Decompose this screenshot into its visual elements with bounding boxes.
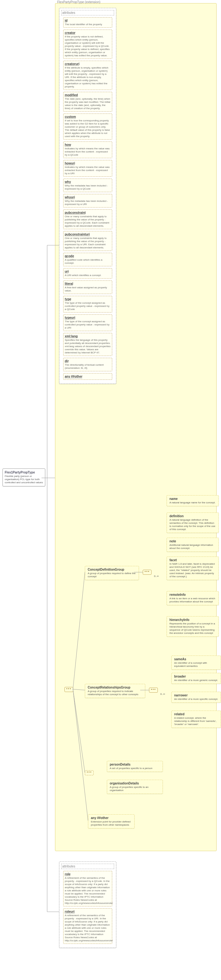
element-related[interactable]: relatedA related concept, where the rela…: [171, 711, 221, 728]
attr-why: whyWhy the metadata has been included - …: [63, 178, 112, 192]
attr-name: pubconstrainturi: [65, 233, 111, 236]
attr-name: typeuri: [65, 316, 111, 320]
el-title: remoteInfo: [169, 593, 216, 597]
attributes-box-1: attributes idThe local identifier of the…: [59, 8, 116, 384]
attr-name: uri: [65, 270, 111, 273]
el-desc: A natural language definition of the sem…: [169, 519, 216, 531]
attr-name: creator: [65, 31, 111, 35]
attr-desc: The directionality of textual content (e…: [65, 363, 111, 370]
attr-desc: The local identifier of the property: [65, 23, 111, 26]
attr-desc: A refinement of the semantics of the pro…: [65, 877, 111, 905]
seq-crel: [149, 687, 158, 693]
attr-uri: uriA URI which identifies a concept.: [63, 268, 112, 278]
attr-desc: A refinement of the semantics of the pro…: [65, 914, 111, 942]
attr-howuri: howuriIndicates by which means the value…: [63, 160, 112, 177]
attr-custom: customIf set to true the corresponding p…: [63, 113, 112, 140]
el-title: name: [169, 497, 216, 501]
attr-desc: A free-text value assigned as property v…: [65, 286, 111, 293]
attr-dir: dirThe directionality of textual content…: [63, 358, 112, 371]
element-definition[interactable]: definitionA natural language definition …: [167, 512, 219, 533]
attr-name: modified: [65, 93, 111, 97]
attr-name: how: [65, 143, 111, 146]
attr-creatoruri: creatoruriIf the attribute is empty, spe…: [63, 61, 112, 90]
cdef-desc: A group of properties required to define…: [88, 572, 136, 578]
el-title: facet: [169, 558, 216, 562]
el-desc: A link to an item or a web resource whic…: [169, 597, 216, 603]
any2-title: any ##other: [91, 816, 132, 820]
attributes-title: attributes: [61, 10, 114, 15]
el-title: hierarchyInfo: [169, 618, 216, 622]
element-remoteInfo[interactable]: remoteInfoA link to an item or a web res…: [167, 591, 219, 605]
attr-pubconstrainturi: pubconstrainturiOne or many constraints …: [63, 231, 112, 251]
el-desc: An identifier of a more generic concept.: [174, 679, 218, 682]
element-note[interactable]: noteAdditional natural language informat…: [167, 538, 219, 552]
element-broader[interactable]: broaderAn identifier of a more generic c…: [171, 673, 221, 684]
attributes2-title: attributes: [61, 864, 114, 869]
crel-title: ConceptRelationshipsGroup: [88, 686, 142, 689]
attr-desc: If set to true the corresponding propert…: [65, 119, 111, 138]
el-desc: A natural language name for the concept.: [169, 501, 216, 504]
attr-desc: The type of the concept assigned as cont…: [65, 320, 111, 329]
el-title: sameAs: [174, 657, 218, 661]
el-title: broader: [174, 675, 218, 678]
crel-occ: 0..∞: [160, 693, 165, 695]
attr-pubconstraint: pubconstraintOne or many constraints tha…: [63, 209, 112, 229]
attr-modified: modifiedThe date (and, optionally, the t…: [63, 92, 112, 111]
attr-name: any ##other: [65, 375, 111, 378]
attr-name: roleuri: [65, 910, 111, 913]
el-title: personDetails: [110, 763, 160, 766]
root-title: Flex1PartyPropType: [5, 471, 43, 474]
el-desc: Represents the position of a concept in …: [169, 622, 216, 635]
attr-name: why: [65, 180, 111, 184]
attr-creator: creatorIf the property value is not defi…: [63, 30, 112, 59]
element-hierarchyInfo[interactable]: hierarchyInfoRepresents the position of …: [167, 616, 219, 637]
attr-name: literal: [65, 282, 111, 285]
el-title: narrower: [174, 694, 218, 697]
element-sameAs[interactable]: sameAsAn identifier of a concept with eq…: [171, 655, 221, 670]
el-desc: A set of properties specific to a person: [110, 767, 160, 770]
attributes-box-2: attributes roleA refinement of the seman…: [59, 861, 116, 948]
concept-definition-group[interactable]: ConceptDefinitionGroup A group of proper…: [85, 566, 139, 580]
attr-desc: The date (and, optionally, the time) whe…: [65, 97, 111, 110]
attr-desc: Indicates by which means the value was e…: [65, 147, 111, 157]
attr-name: pubconstraint: [65, 211, 111, 215]
element-narrower[interactable]: narrowerAn identifier of a more specific…: [171, 692, 221, 703]
attr-xml-lang: xml:langSpecifies the language of this p…: [63, 333, 112, 356]
el-title: definition: [169, 514, 216, 518]
any-other-element[interactable]: any ##other Extension point for provider…: [88, 814, 135, 829]
element-personDetails[interactable]: personDetailsA set of properties specifi…: [107, 761, 163, 772]
element-name[interactable]: nameA natural language name for the conc…: [167, 495, 219, 506]
cdef-occ: 0..∞: [154, 575, 159, 578]
attr-desc: A URI which identifies a concept.: [65, 274, 111, 277]
attr-desc: If the attribute is empty, specifies whi…: [65, 66, 111, 88]
element-organisationDetails[interactable]: organisationDetailsA group of properties…: [107, 780, 163, 794]
seq-cdef: [143, 570, 151, 575]
any2-desc: Extension point for provider-defined pro…: [91, 820, 132, 827]
attr-roleuri: roleuriA refinement of the semantics of …: [63, 908, 112, 944]
attr-typeuri: typeuriThe type of the concept assigned …: [63, 314, 112, 331]
attr-desc: If the property value is not defined, sp…: [65, 35, 111, 57]
attr-whyuri: whyuriWhy the metadata has been included…: [63, 194, 112, 207]
attr-name: creatoruri: [65, 62, 111, 66]
element-facet[interactable]: facetIn NAR 1.8 and later, facet is depr…: [167, 557, 219, 580]
el-title: organisationDetails: [110, 782, 160, 785]
cdef-title: ConceptDefinitionGroup: [88, 568, 136, 571]
concept-relationships-group[interactable]: ConceptRelationshipsGroup A group of pro…: [85, 684, 145, 698]
attr-name: whyuri: [65, 196, 111, 199]
attr-how: howIndicates by which means the value wa…: [63, 142, 112, 158]
extension-label: FlexPartyPropType (extension): [57, 0, 100, 4]
el-desc: A related concept, where the relationshi…: [174, 716, 218, 726]
attr-type: typeThe type of the concept assigned as …: [63, 296, 112, 312]
crel-desc: A group of properties required to indica…: [88, 690, 142, 696]
attr-desc: Why the metadata has been included - exp…: [65, 184, 111, 191]
attr-qcode: qcodeA qualified code which identifies a…: [63, 253, 112, 266]
el-title: note: [169, 539, 216, 543]
seq-choice: [85, 770, 94, 775]
attr-id: idThe local identifier of the property: [63, 17, 112, 28]
attr-name: role: [65, 872, 111, 876]
el-desc: An identifier of a concept with equivale…: [174, 662, 218, 668]
attr-desc: The type of the concept assigned as cont…: [65, 302, 111, 311]
attr-desc: One or many constraints that apply to pu…: [65, 237, 111, 249]
attr-name: xml:lang: [65, 334, 111, 338]
seq-main: [64, 687, 73, 692]
